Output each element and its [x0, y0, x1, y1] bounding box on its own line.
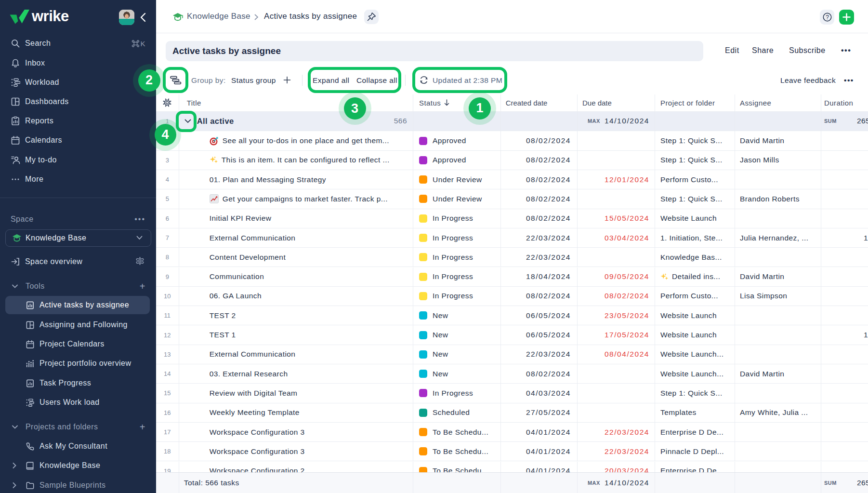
svg-text:?: ?: [826, 14, 829, 21]
